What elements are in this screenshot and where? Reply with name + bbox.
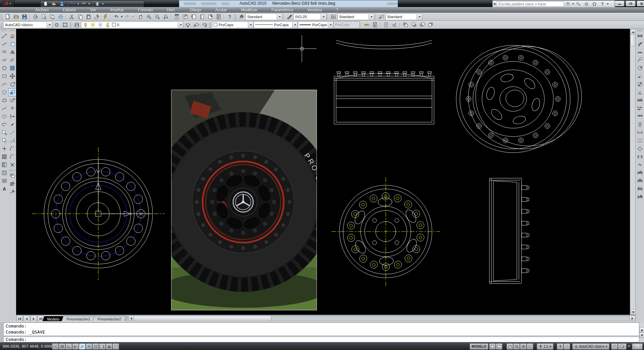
break-at-point-button[interactable] xyxy=(8,120,16,129)
toolbar-grip[interactable] xyxy=(209,22,211,28)
annotation-visibility-button[interactable] xyxy=(557,343,564,350)
favorites-button[interactable] xyxy=(590,1,598,7)
layer-states-button[interactable] xyxy=(200,21,209,29)
zoom-previous-button[interactable] xyxy=(161,13,170,20)
dim-arc-button[interactable]: ⌒ xyxy=(636,48,644,56)
close-button[interactable] xyxy=(637,1,644,6)
layer-combo[interactable]: 0 xyxy=(81,21,183,28)
new-button[interactable] xyxy=(3,13,12,20)
bring-to-front-button[interactable] xyxy=(401,21,410,29)
dim-angular-button[interactable] xyxy=(636,88,644,96)
snap-toggle[interactable] xyxy=(52,343,59,350)
make-layer-current-button[interactable] xyxy=(183,21,192,29)
list-button[interactable] xyxy=(382,21,390,29)
dim-aligned-button[interactable] xyxy=(636,40,644,48)
layer-vpfreeze-icon[interactable] xyxy=(97,22,103,28)
vertical-scroll-thumb[interactable] xyxy=(631,34,636,46)
combo-arrow-icon[interactable] xyxy=(47,22,52,28)
combo-arrow-icon[interactable] xyxy=(417,14,422,19)
ellipse-arc-button[interactable] xyxy=(0,120,8,129)
circle-button[interactable] xyxy=(0,88,8,96)
dim-continue-button[interactable] xyxy=(636,112,644,120)
otrack-toggle[interactable] xyxy=(86,343,92,350)
toolbar-grip[interactable] xyxy=(70,22,71,28)
undo-button[interactable] xyxy=(112,13,120,20)
scroll-down-button[interactable] xyxy=(631,309,636,315)
send-under-button[interactable] xyxy=(426,21,435,29)
plot-button[interactable] xyxy=(31,13,40,20)
dim-space-button[interactable] xyxy=(636,120,644,129)
dim-jogline-button[interactable] xyxy=(636,161,644,169)
dim-ordinate-button[interactable] xyxy=(636,56,644,64)
bring-above-button[interactable] xyxy=(418,21,426,29)
rectangle-button[interactable] xyxy=(0,72,8,80)
layer-previous-button[interactable] xyxy=(192,21,200,29)
array-button[interactable] xyxy=(8,64,16,72)
copy-object-button[interactable] xyxy=(8,40,16,48)
offset-button[interactable] xyxy=(8,56,16,64)
dim-update-button[interactable] xyxy=(636,185,644,193)
designcenter-button[interactable] xyxy=(181,13,189,20)
quickcalc-button[interactable] xyxy=(214,13,223,20)
arc-button[interactable] xyxy=(0,80,8,88)
block-editor-button[interactable] xyxy=(101,13,109,20)
horizontal-scrollbar[interactable] xyxy=(128,316,635,321)
layer-on-icon[interactable] xyxy=(83,22,89,28)
point-button[interactable] xyxy=(0,145,8,153)
lineweight-toggle[interactable] xyxy=(106,343,112,350)
command-input[interactable]: Comando: xyxy=(3,337,639,342)
mtext-button[interactable]: A xyxy=(0,185,8,193)
zoom-window-button[interactable] xyxy=(153,13,161,20)
qat-new-button[interactable] xyxy=(42,1,49,7)
toolbar-grip[interactable] xyxy=(637,30,643,31)
qat-plot-button[interactable] xyxy=(94,1,101,7)
hatch-button[interactable] xyxy=(0,153,8,161)
redo-button[interactable] xyxy=(123,13,131,20)
copy-clip-button[interactable] xyxy=(76,13,84,20)
text-style-combo[interactable]: Standard xyxy=(246,13,282,20)
mline-button[interactable] xyxy=(0,48,8,56)
linetype-combo[interactable]: PorCapa xyxy=(254,21,298,28)
toolbar-grip[interactable] xyxy=(1,30,7,31)
gradient-button[interactable] xyxy=(0,161,8,169)
menu-edicion[interactable]: Edición xyxy=(56,8,83,12)
command-scroll-down[interactable] xyxy=(639,333,644,338)
dim-inspect-button[interactable] xyxy=(636,153,644,161)
minimize-button[interactable] xyxy=(614,1,625,6)
layer-lock-icon[interactable] xyxy=(105,22,111,28)
status-pan-button[interactable] xyxy=(506,343,513,350)
menu-ayuda[interactable]: ? xyxy=(329,8,345,12)
menu-dibujo[interactable]: Dibujo xyxy=(183,8,208,12)
horizontal-scroll-thumb[interactable] xyxy=(134,316,271,321)
help-toolbar-button[interactable]: ? xyxy=(225,13,234,20)
command-history[interactable]: Comando: Comando: _QSAVE xyxy=(3,322,639,336)
toolbar-grip[interactable] xyxy=(9,169,15,171)
make-block-button[interactable] xyxy=(0,137,8,145)
layer-thaw-icon[interactable] xyxy=(90,22,96,28)
dim-center-button[interactable] xyxy=(636,145,644,153)
etransmit-button[interactable] xyxy=(56,13,65,20)
toolbar-grip[interactable] xyxy=(9,30,15,31)
model-space-button[interactable] xyxy=(489,343,496,350)
dim-tolerance-button[interactable]: ± xyxy=(636,137,644,145)
dim-style-button[interactable] xyxy=(636,193,644,201)
search-button[interactable] xyxy=(564,1,572,7)
menu-formato[interactable]: Formato xyxy=(131,8,160,12)
trim-button[interactable] xyxy=(8,104,16,112)
combo-arrow-icon[interactable] xyxy=(277,14,282,19)
clean-screen-button[interactable] xyxy=(632,343,643,350)
showmotion-button[interactable] xyxy=(527,343,533,350)
scroll-left-button[interactable] xyxy=(129,316,134,321)
dim-baseline-button[interactable] xyxy=(636,104,644,112)
insert-block-button[interactable] xyxy=(0,129,8,137)
menu-insertar[interactable]: Insertar xyxy=(103,8,131,12)
send-to-back-button[interactable] xyxy=(410,21,418,29)
layer-properties-button[interactable] xyxy=(72,21,81,29)
lineweight-combo[interactable]: PorCapa xyxy=(298,21,333,28)
toolbar-grip[interactable] xyxy=(234,14,236,20)
draworder-button[interactable] xyxy=(8,172,16,180)
dim-break-button[interactable] xyxy=(636,129,644,137)
ducs-toggle[interactable] xyxy=(92,343,99,350)
qat-open-button[interactable] xyxy=(50,1,57,7)
explode-button[interactable] xyxy=(8,161,16,169)
